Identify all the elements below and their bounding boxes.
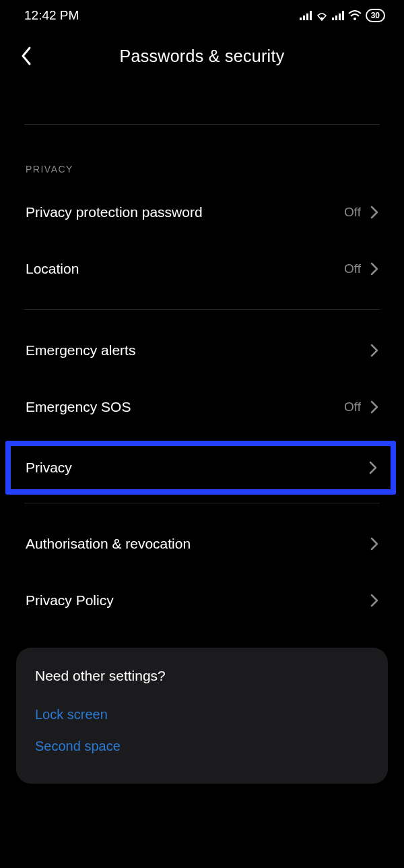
svg-point-4 xyxy=(321,17,323,19)
row-label: Privacy protection password xyxy=(26,204,203,220)
battery-icon: 30 xyxy=(366,9,385,22)
row-location[interactable]: Location Off xyxy=(0,241,404,297)
row-value: Off xyxy=(344,261,361,276)
highlight-frame: Privacy xyxy=(5,441,396,495)
row-value: Off xyxy=(344,205,361,220)
row-label: Location xyxy=(26,261,79,277)
page-header: Passwords & security xyxy=(0,28,404,82)
chevron-right-icon xyxy=(369,461,377,474)
chevron-right-icon xyxy=(370,344,378,357)
row-privacy[interactable]: Privacy xyxy=(11,446,391,489)
svg-rect-0 xyxy=(300,18,302,20)
svg-rect-3 xyxy=(310,11,312,20)
row-label: Privacy xyxy=(26,460,72,476)
svg-point-9 xyxy=(354,18,356,20)
row-emergency-sos[interactable]: Emergency SOS Off xyxy=(0,379,404,435)
row-label: Emergency alerts xyxy=(26,342,135,359)
row-privacy-protection-password[interactable]: Privacy protection password Off xyxy=(0,184,404,241)
chevron-right-icon xyxy=(370,594,378,607)
row-label: Privacy Policy xyxy=(26,592,114,609)
status-time: 12:42 PM xyxy=(24,8,79,23)
signal-icon-2 xyxy=(332,11,344,20)
row-emergency-alerts[interactable]: Emergency alerts xyxy=(0,322,404,379)
page-title: Passwords & security xyxy=(20,46,384,66)
wifi-icon xyxy=(348,10,362,21)
svg-rect-1 xyxy=(303,16,305,20)
wifi-sync-icon xyxy=(316,10,328,21)
row-label: Emergency SOS xyxy=(26,399,131,415)
chevron-right-icon xyxy=(370,206,378,219)
chevron-right-icon xyxy=(370,537,378,551)
svg-rect-6 xyxy=(335,16,337,20)
chevron-right-icon xyxy=(370,400,378,414)
card-title: Need other settings? xyxy=(35,668,369,684)
signal-icon xyxy=(300,11,312,20)
status-bar: 12:42 PM 30 xyxy=(0,0,404,28)
row-label: Authorisation & revocation xyxy=(26,536,191,552)
svg-rect-2 xyxy=(306,13,308,20)
row-value: Off xyxy=(344,400,361,414)
link-second-space[interactable]: Second space xyxy=(35,733,369,765)
other-settings-card: Need other settings? Lock screen Second … xyxy=(16,648,388,784)
svg-rect-8 xyxy=(342,11,344,20)
chevron-right-icon xyxy=(370,262,378,276)
section-header-privacy: PRIVACY xyxy=(0,125,404,184)
status-icons: 30 xyxy=(300,9,385,22)
svg-rect-7 xyxy=(339,13,341,20)
row-authorisation-revocation[interactable]: Authorisation & revocation xyxy=(0,516,404,572)
row-privacy-policy[interactable]: Privacy Policy xyxy=(0,572,404,629)
link-lock-screen[interactable]: Lock screen xyxy=(35,702,369,733)
svg-rect-5 xyxy=(332,18,334,20)
